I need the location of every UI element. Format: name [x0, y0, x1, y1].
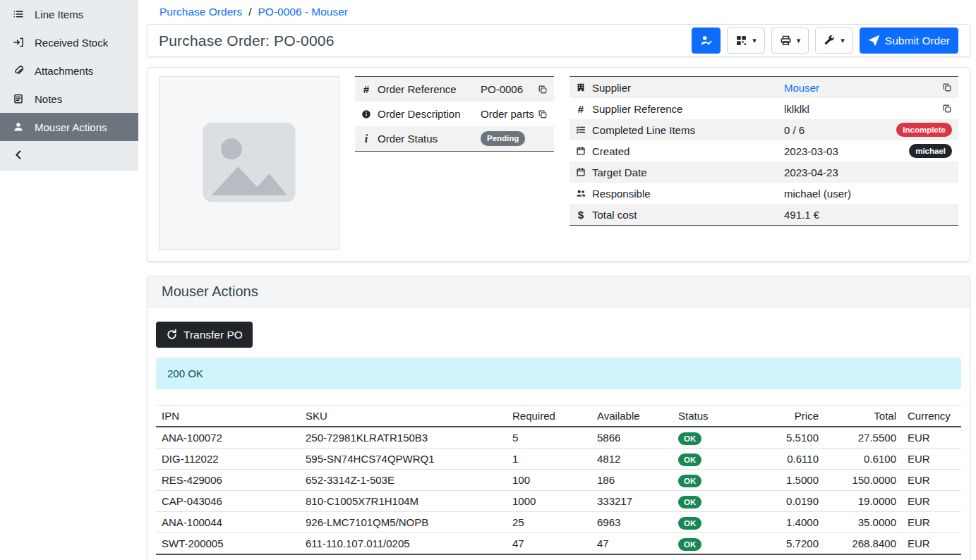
part-image-placeholder[interactable] [159, 76, 339, 250]
chevron-left-icon [12, 149, 25, 161]
qrcode-icon [735, 35, 747, 47]
status-alert: 200 OK [156, 358, 961, 389]
cell-available: 4812 [591, 449, 673, 470]
cell-total: 27.5500 [824, 427, 902, 449]
print-actions-button[interactable]: ▾ [771, 28, 809, 54]
cell-required: 100 [507, 470, 591, 491]
copy-icon[interactable] [538, 85, 548, 95]
detail-row-target-date: Target Date2023-04-23 [570, 162, 958, 183]
page-title: Purchase Order: PO-0006 [159, 32, 335, 49]
footer-empty-cell [673, 554, 747, 560]
detail-row-supplier-reference: #Supplier Referencelklklkl [570, 98, 958, 119]
table-footer-row: Total501.0000 [156, 554, 961, 560]
cell-currency: EUR [902, 470, 961, 491]
breadcrumb-link-po-0006-mouser[interactable]: PO-0006 - Mouser [258, 6, 348, 18]
footer-empty-cell [747, 554, 824, 560]
cell-required: 5 [507, 427, 591, 449]
printer-icon [780, 35, 792, 47]
copy-icon[interactable] [538, 109, 548, 119]
paperclip-icon [12, 65, 25, 76]
sidebar-item-received-stock[interactable]: Received Stock [0, 28, 138, 56]
column-header-currency: Currency [902, 406, 961, 427]
order-actions-button[interactable]: ▾ [815, 28, 853, 54]
cell-total: 268.8400 [824, 533, 902, 555]
cell-price: 1.5000 [747, 470, 824, 491]
detail-value: lklklkl [784, 103, 942, 115]
cell-ipn: DIG-112022 [156, 449, 300, 470]
cell-status: OK [673, 533, 747, 555]
breadcrumb: Purchase Orders/PO-0006 - Mouser [138, 0, 976, 24]
column-header-ipn: IPN [156, 406, 300, 427]
sidebar: Line ItemsReceived StockAttachmentsNotes… [0, 0, 138, 171]
image-placeholder-icon [196, 109, 302, 217]
building-icon [570, 83, 592, 92]
detail-value: 491.1 € [784, 209, 958, 221]
cell-price: 0.0190 [747, 491, 824, 512]
copy-icon[interactable] [942, 104, 952, 114]
cell-sku: 595-SN74HCS74QPWRQ1 [300, 449, 507, 470]
cell-ipn: CAP-043046 [156, 491, 300, 512]
cell-currency: EUR [902, 491, 961, 512]
ok-status-badge: OK [678, 432, 701, 445]
detail-value-link[interactable]: Mouser [784, 82, 942, 94]
detail-row-total-cost: $Total cost491.1 € [570, 204, 958, 225]
submit-order-label: Submit Order [885, 35, 950, 47]
cell-currency: EUR [902, 533, 961, 555]
panel-title: Mouser Actions [162, 284, 956, 300]
user-icon [12, 121, 25, 133]
transfer-po-button[interactable]: Transfer PO [156, 322, 253, 348]
cell-status: OK [673, 449, 747, 470]
toolbar-buttons: ▾▾▾ [692, 28, 853, 54]
dollar-icon: $ [570, 209, 592, 221]
cell-ipn: RES-429006 [156, 470, 300, 491]
table-row: ANA-100072250-72981KLRATR150B355866OK5.5… [156, 427, 961, 449]
detail-value: michael (user) [784, 188, 958, 200]
user-actions-button[interactable] [692, 28, 721, 54]
calendar-icon [570, 146, 592, 156]
main-content: Purchase Orders/PO-0006 - Mouser Purchas… [138, 0, 976, 560]
table-row: SWT-200005611-110.107.011/02054747OK5.72… [156, 533, 961, 555]
info-filled-icon [355, 109, 378, 119]
column-header-status: Status [673, 406, 747, 427]
sidebar-item-line-items[interactable]: Line Items [0, 0, 138, 28]
ok-status-badge: OK [678, 538, 701, 551]
submit-order-button[interactable]: Submit Order [860, 28, 958, 54]
detail-label: Supplier [592, 82, 784, 94]
detail-value: 2023-04-23 [784, 166, 958, 178]
sidebar-item-label: Attachments [35, 65, 93, 77]
sidebar-collapse-button[interactable] [0, 141, 138, 171]
breadcrumb-link-purchase-orders[interactable]: Purchase Orders [159, 6, 242, 18]
copy-icon[interactable] [942, 83, 952, 92]
cell-price: 5.7200 [747, 533, 824, 555]
cell-sku: 926-LMC7101QM5/NOPB [300, 512, 507, 533]
detail-row-order-description: Order DescriptionOrder parts [355, 102, 554, 126]
user-shield-icon [700, 35, 712, 47]
caret-down-icon: ▾ [752, 37, 757, 44]
detail-label: Order Description [378, 108, 481, 120]
sidebar-item-mouser-actions[interactable]: Mouser Actions [0, 113, 138, 141]
status-badge: Pending [481, 131, 525, 145]
cell-required: 1 [507, 449, 591, 470]
calendar-icon [570, 167, 592, 177]
status-badge: Incomplete [896, 123, 952, 137]
column-header-total: Total [824, 406, 902, 427]
ok-status-badge: OK [678, 517, 701, 530]
actions-table: IPNSKURequiredAvailableStatusPriceTotalC… [156, 405, 961, 560]
detail-row-order-status: iOrder StatusPending [355, 126, 554, 151]
sidebar-item-attachments[interactable]: Attachments [0, 56, 138, 85]
table-row: CAP-043046810-C1005X7R1H104M1000333217OK… [156, 491, 961, 512]
ok-status-badge: OK [678, 454, 701, 466]
cell-ipn: SWT-200005 [156, 533, 300, 555]
caret-down-icon: ▾ [841, 37, 845, 44]
footer-total-value: 501.0000 [824, 554, 902, 560]
detail-value: 2023-03-03 [784, 145, 909, 157]
cell-status: OK [673, 470, 747, 491]
refresh-icon [166, 329, 178, 341]
table-header-row: IPNSKURequiredAvailableStatusPriceTotalC… [156, 406, 961, 427]
cell-available: 5866 [591, 427, 673, 449]
hash-icon: # [355, 83, 378, 95]
sidebar-item-notes[interactable]: Notes [0, 85, 138, 113]
wrench-icon [824, 35, 836, 47]
cell-price: 0.6110 [747, 449, 824, 470]
barcode-actions-button[interactable]: ▾ [727, 28, 765, 54]
